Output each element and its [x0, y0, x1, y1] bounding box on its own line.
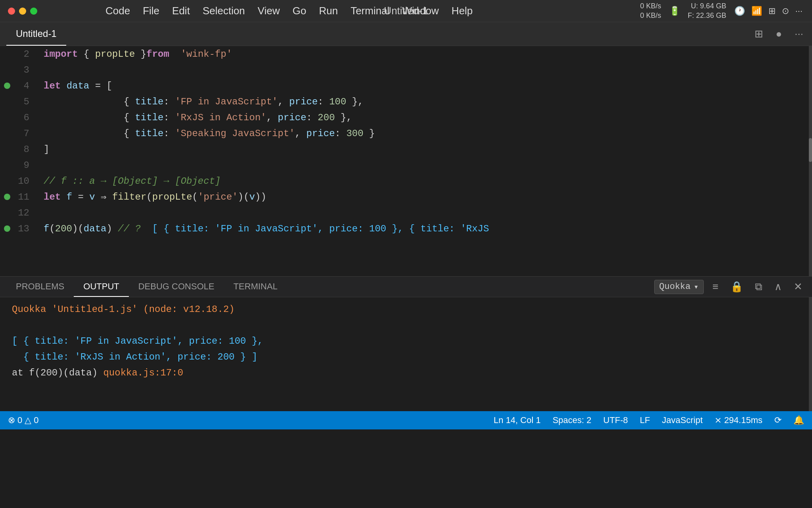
apple-menu[interactable]: [87, 10, 98, 13]
menu-code[interactable]: Code: [100, 3, 136, 19]
statusbar-right: Ln 14, Col 1 Spaces: 2 UTF-8 LF JavaScri…: [494, 415, 804, 425]
menu-edit[interactable]: Edit: [167, 3, 195, 19]
scrollbar-thumb[interactable]: [809, 138, 812, 162]
menubar: Code File Edit Selection View Go Run Ter…: [79, 3, 640, 19]
maximize-button[interactable]: [30, 8, 37, 15]
notification-bell-icon[interactable]: 🔔: [793, 415, 804, 425]
clock-icon: 🕐: [734, 6, 745, 16]
lock-button[interactable]: 🔒: [727, 279, 746, 294]
more-icon: ···: [795, 6, 802, 16]
more-actions-button[interactable]: ···: [792, 25, 806, 42]
share-icon[interactable]: ⟳: [774, 415, 781, 425]
control-center-icon: ⊞: [768, 6, 776, 16]
menu-help[interactable]: Help: [446, 3, 478, 19]
memory-status: U: 9.64 GB F: 22.36 GB: [688, 2, 726, 20]
panel-tab-actions: Quokka ▾ ≡ 🔒 ⧉ ∧ ✕: [654, 277, 806, 297]
code-line-5: { title: 'FP in JavaScript', price: 100 …: [44, 94, 812, 110]
wifi-icon: 📶: [751, 6, 762, 16]
tab-bar: Untitled-1 ⊞ ● ···: [0, 22, 812, 46]
breakpoint-gutter: [0, 46, 12, 276]
menu-go[interactable]: Go: [287, 3, 312, 19]
errors-status[interactable]: ⊗ 0 △ 0: [8, 415, 39, 425]
code-line-7: { title: 'Speaking JavaScript', price: 3…: [44, 125, 812, 141]
dot-button[interactable]: ●: [774, 25, 785, 42]
tab-untitled-1[interactable]: Untitled-1: [6, 22, 66, 46]
indentation[interactable]: Spaces: 2: [553, 415, 592, 425]
code-line-8: ]: [44, 141, 812, 157]
code-line-9: [44, 157, 812, 173]
line-numbers: 2 3 4 5 6 7 8 9 10 11 12 13: [12, 46, 36, 276]
menu-run[interactable]: Run: [313, 3, 343, 19]
cursor-position[interactable]: Ln 14, Col 1: [494, 415, 541, 425]
code-line-4: let data = [: [44, 78, 812, 94]
titlebar-right: 0 KB/s 0 KB/s 🔋 U: 9.64 GB F: 22.36 GB 🕐…: [640, 2, 812, 20]
window-title: Untitled-1: [384, 5, 428, 17]
editor-scrollbar[interactable]: [809, 46, 812, 276]
breakpoint-line13: [4, 225, 10, 232]
code-editor: 2 3 4 5 6 7 8 9 10 11 12 13 import { pro…: [0, 46, 812, 276]
screen-icon: ⊙: [782, 6, 789, 16]
error-icon: ⊗: [8, 415, 15, 425]
output-line-1: Quokka 'Untitled-1.js' (node: v12.18.2): [0, 301, 812, 317]
panel-content: Quokka 'Untitled-1.js' (node: v12.18.2) …: [0, 297, 812, 411]
output-source-dropdown[interactable]: Quokka ▾: [654, 280, 704, 294]
warning-icon: △: [25, 415, 31, 425]
titlebar: Code File Edit Selection View Go Run Ter…: [0, 0, 812, 22]
code-line-2: import { propLte } from 'wink-fp': [44, 46, 812, 62]
output-line-5: at f(200)(data) quokka.js:17:0: [0, 365, 812, 381]
clear-output-button[interactable]: ≡: [709, 279, 722, 294]
menu-selection[interactable]: Selection: [197, 3, 251, 19]
output-line-3: [ { title: 'FP in JavaScript', price: 10…: [0, 333, 812, 349]
code-line-10: // f :: a → [Object] → [Object]: [44, 173, 812, 189]
language-mode[interactable]: JavaScript: [662, 415, 703, 425]
code-line-12: [44, 205, 812, 221]
breakpoint-line11: [4, 194, 10, 200]
collapse-panel-button[interactable]: ∧: [771, 279, 785, 294]
code-line-11: let f = v ⇒ filter(propLte('price')(v)): [44, 189, 812, 205]
traffic-lights: [8, 8, 37, 15]
output-line-4: { title: 'RxJS in Action', price: 200 } …: [0, 349, 812, 365]
split-editor-button[interactable]: ⊞: [752, 25, 766, 42]
code-line-13: f(200)(data) // ? [ { title: 'FP in Java…: [44, 221, 812, 237]
breakpoint-line4: [4, 83, 10, 89]
tab-label: Untitled-1: [16, 28, 57, 39]
tab-actions: ⊞ ● ···: [752, 22, 806, 46]
network-status: 0 KB/s 0 KB/s: [640, 2, 661, 20]
output-line-2: [0, 317, 812, 333]
line-ending[interactable]: LF: [640, 415, 650, 425]
code-line-6: { title: 'RxJS in Action', price: 200 },: [44, 110, 812, 125]
statusbar: ⊗ 0 △ 0 Ln 14, Col 1 Spaces: 2 UTF-8 LF …: [0, 411, 812, 429]
battery-icon: 🔋: [669, 6, 680, 16]
titlebar-left: [0, 8, 79, 15]
panel-scrollbar[interactable]: [809, 297, 812, 411]
output-panel: PROBLEMS OUTPUT DEBUG CONSOLE TERMINAL Q…: [0, 276, 812, 411]
perf-indicator: ⨯ 294.15ms: [714, 415, 762, 425]
code-lines[interactable]: import { propLte } from 'wink-fp' let da…: [36, 46, 812, 276]
code-line-3: [44, 62, 812, 78]
menu-view[interactable]: View: [252, 3, 285, 19]
menu-file[interactable]: File: [137, 3, 165, 19]
panel-tab-bar: PROBLEMS OUTPUT DEBUG CONSOLE TERMINAL Q…: [0, 277, 812, 297]
close-button[interactable]: [8, 8, 15, 15]
copy-button[interactable]: ⧉: [752, 279, 766, 294]
system-icons: 🕐 📶 ⊞ ⊙ ···: [734, 6, 802, 16]
minimize-button[interactable]: [19, 8, 26, 15]
panel-tab-problems[interactable]: PROBLEMS: [6, 277, 74, 297]
close-panel-button[interactable]: ✕: [791, 279, 806, 294]
editor-content[interactable]: 2 3 4 5 6 7 8 9 10 11 12 13 import { pro…: [0, 46, 812, 276]
panel-tab-output[interactable]: OUTPUT: [74, 277, 128, 297]
panel-tab-debug-console[interactable]: DEBUG CONSOLE: [129, 277, 224, 297]
panel-tab-terminal[interactable]: TERMINAL: [224, 277, 287, 297]
chevron-down-icon: ▾: [694, 282, 699, 292]
encoding[interactable]: UTF-8: [603, 415, 628, 425]
